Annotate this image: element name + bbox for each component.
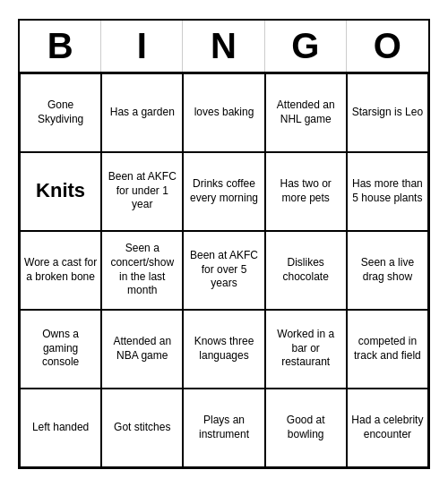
bingo-cell-12[interactable]: Been at AKFC for over 5 years — [183, 231, 264, 310]
bingo-cell-13[interactable]: Dislikes chocolate — [265, 231, 347, 310]
header-letter-o: O — [347, 21, 428, 72]
bingo-cell-19[interactable]: competed in track and field — [347, 310, 428, 389]
bingo-cell-14[interactable]: Seen a live drag show — [347, 231, 428, 310]
bingo-cell-20[interactable]: Left handed — [20, 389, 101, 467]
bingo-cell-3[interactable]: Attended an NHL game — [265, 73, 347, 152]
bingo-cell-16[interactable]: Attended an NBA game — [101, 310, 183, 389]
header-letter-g: G — [265, 21, 347, 72]
bingo-cell-1[interactable]: Has a garden — [101, 73, 183, 152]
bingo-cell-0[interactable]: Gone Skydiving — [20, 73, 101, 152]
bingo-cell-24[interactable]: Had a celebrity encounter — [347, 389, 428, 467]
bingo-card: BINGO Gone SkydivingHas a gardenloves ba… — [18, 19, 430, 469]
bingo-cell-11[interactable]: Seen a concert/show in the last month — [101, 231, 183, 310]
bingo-cell-6[interactable]: Been at AKFC for under 1 year — [101, 152, 183, 231]
header-letter-i: I — [101, 21, 183, 72]
bingo-cell-21[interactable]: Got stitches — [101, 389, 183, 467]
bingo-cell-9[interactable]: Has more than 5 house plants — [347, 152, 428, 231]
bingo-header: BINGO — [20, 21, 428, 73]
bingo-cell-2[interactable]: loves baking — [183, 73, 264, 152]
bingo-cell-18[interactable]: Worked in a bar or restaurant — [265, 310, 347, 389]
bingo-cell-7[interactable]: Drinks coffee every morning — [183, 152, 264, 231]
bingo-cell-17[interactable]: Knows three languages — [183, 310, 264, 389]
bingo-cell-15[interactable]: Owns a gaming console — [20, 310, 101, 389]
bingo-cell-10[interactable]: Wore a cast for a broken bone — [20, 231, 101, 310]
header-letter-b: B — [20, 21, 101, 72]
bingo-cell-23[interactable]: Good at bowling — [265, 389, 347, 467]
bingo-grid: Gone SkydivingHas a gardenloves bakingAt… — [20, 73, 428, 467]
bingo-cell-22[interactable]: Plays an instrument — [183, 389, 264, 467]
header-letter-n: N — [183, 21, 264, 72]
bingo-cell-5[interactable]: Knits — [20, 152, 101, 231]
bingo-cell-4[interactable]: Starsign is Leo — [347, 73, 428, 152]
bingo-cell-8[interactable]: Has two or more pets — [265, 152, 347, 231]
